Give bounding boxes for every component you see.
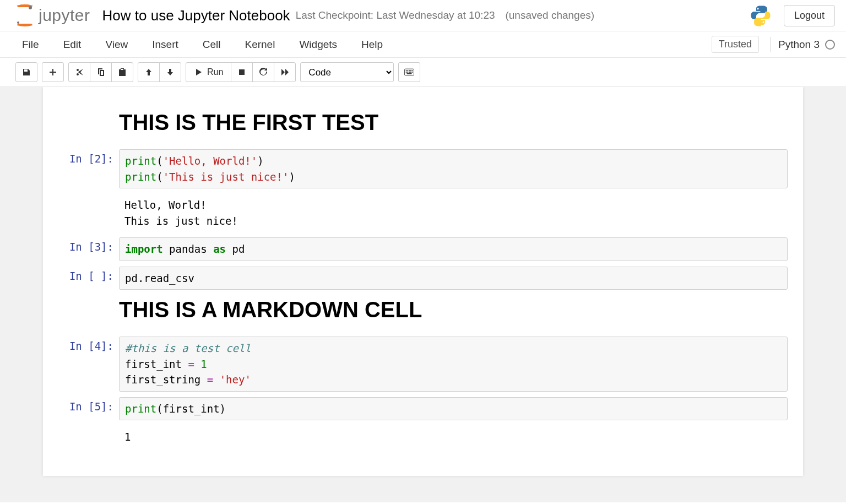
svg-rect-3 bbox=[408, 70, 409, 71]
keyboard-icon bbox=[404, 67, 414, 77]
code-source: #this is a test cell first_int = 1 first… bbox=[125, 340, 782, 388]
code-source: pd.read_csv bbox=[125, 270, 782, 286]
svg-rect-0 bbox=[239, 69, 245, 75]
code-cell[interactable]: In [3]:import pandas as pd bbox=[58, 237, 788, 261]
svg-rect-9 bbox=[409, 72, 410, 73]
code-cell[interactable]: In [2]:print('Hello, World!') print('Thi… bbox=[58, 149, 788, 188]
notebook-container: THIS IS THE FIRST TESTIn [2]:print('Hell… bbox=[43, 87, 803, 476]
arrow-down-icon bbox=[166, 68, 175, 77]
code-input-area[interactable]: #this is a test cell first_int = 1 first… bbox=[119, 337, 788, 392]
output-prompt bbox=[58, 194, 119, 232]
code-input-area[interactable]: print(first_int) bbox=[119, 397, 788, 421]
jupyter-wordmark: jupyter bbox=[39, 6, 90, 25]
kernel-separator bbox=[770, 37, 771, 52]
input-prompt: In [4]: bbox=[58, 337, 119, 392]
output-prompt bbox=[58, 426, 119, 448]
jupyter-icon bbox=[15, 6, 34, 25]
unsaved-indicator: (unsaved changes) bbox=[505, 9, 594, 21]
stop-icon bbox=[237, 68, 246, 77]
svg-rect-8 bbox=[408, 72, 409, 73]
svg-rect-12 bbox=[407, 73, 412, 74]
svg-rect-6 bbox=[412, 70, 413, 71]
code-input-area[interactable]: print('Hello, World!') print('This is ju… bbox=[119, 149, 788, 188]
code-source: print(first_int) bbox=[125, 401, 782, 417]
code-cell[interactable]: In [4]:#this is a test cell first_int = … bbox=[58, 337, 788, 392]
output-cell: Hello, World! This is just nice! bbox=[58, 194, 788, 232]
interrupt-kernel-button[interactable] bbox=[231, 62, 253, 82]
menu-insert[interactable]: Insert bbox=[152, 39, 178, 51]
output-text: Hello, World! This is just nice! bbox=[124, 197, 782, 229]
menu-widgets[interactable]: Widgets bbox=[299, 39, 337, 51]
code-cell[interactable]: In [5]:print(first_int) bbox=[58, 397, 788, 421]
code-input-area[interactable]: import pandas as pd bbox=[119, 237, 788, 261]
plus-icon bbox=[48, 68, 57, 77]
paste-icon bbox=[118, 68, 127, 77]
output-area: 1 bbox=[119, 426, 788, 448]
notebook-title[interactable]: How to use Jupyter Notebook bbox=[102, 7, 290, 24]
menu-view[interactable]: View bbox=[105, 39, 128, 51]
code-source: print('Hello, World!') print('This is ju… bbox=[125, 153, 782, 185]
checkpoint-status: Last Checkpoint: Last Wednesday at 10:23 bbox=[296, 9, 495, 21]
cell-type-select[interactable]: CodeMarkdownRaw NBConvertHeading bbox=[300, 62, 394, 82]
notebook-header: jupyter How to use Jupyter Notebook Last… bbox=[0, 0, 846, 31]
svg-rect-2 bbox=[406, 70, 407, 71]
trusted-indicator[interactable]: Trusted bbox=[712, 36, 759, 53]
menu-kernel[interactable]: Kernel bbox=[245, 39, 275, 51]
code-source: import pandas as pd bbox=[125, 241, 782, 257]
output-text: 1 bbox=[124, 429, 782, 445]
svg-rect-11 bbox=[412, 72, 413, 73]
markdown-cell[interactable]: THIS IS THE FIRST TEST bbox=[119, 110, 788, 135]
refresh-icon bbox=[259, 68, 268, 77]
output-cell: 1 bbox=[58, 426, 788, 448]
menu-edit[interactable]: Edit bbox=[63, 39, 82, 51]
menu-help[interactable]: Help bbox=[361, 39, 383, 51]
arrow-up-icon bbox=[144, 68, 153, 77]
jupyter-logo[interactable]: jupyter bbox=[15, 6, 90, 25]
input-prompt: In [5]: bbox=[58, 397, 119, 421]
kernel-name[interactable]: Python 3 bbox=[778, 39, 820, 51]
save-icon bbox=[22, 68, 31, 77]
input-prompt: In [2]: bbox=[58, 149, 119, 188]
svg-rect-7 bbox=[406, 72, 407, 73]
code-cell[interactable]: In [ ]:pd.read_csv bbox=[58, 267, 788, 290]
logout-button[interactable]: Logout bbox=[784, 5, 835, 26]
markdown-heading: THIS IS A MARKDOWN CELL bbox=[119, 297, 788, 322]
copy-cell-button[interactable] bbox=[90, 62, 112, 82]
run-label: Run bbox=[207, 67, 223, 77]
svg-rect-4 bbox=[409, 70, 410, 71]
paste-cell-button[interactable] bbox=[111, 62, 133, 82]
save-button[interactable] bbox=[15, 62, 37, 82]
play-icon bbox=[194, 68, 203, 77]
markdown-heading: THIS IS THE FIRST TEST bbox=[119, 110, 788, 135]
menu-cell[interactable]: Cell bbox=[203, 39, 221, 51]
run-cell-button[interactable]: Run bbox=[186, 62, 231, 82]
move-cell-down-button[interactable] bbox=[159, 62, 181, 82]
output-area: Hello, World! This is just nice! bbox=[119, 194, 788, 232]
restart-run-all-button[interactable] bbox=[274, 62, 296, 82]
copy-icon bbox=[96, 68, 105, 77]
input-prompt: In [ ]: bbox=[58, 267, 119, 290]
restart-kernel-button[interactable] bbox=[252, 62, 274, 82]
svg-rect-10 bbox=[410, 72, 411, 73]
insert-cell-below-button[interactable] bbox=[42, 62, 64, 82]
toolbar: Run CodeMarkdownRaw NBConvertHeading bbox=[0, 58, 846, 86]
menu-file[interactable]: File bbox=[22, 39, 39, 51]
code-input-area[interactable]: pd.read_csv bbox=[119, 267, 788, 290]
kernel-idle-icon[interactable] bbox=[825, 40, 835, 50]
svg-rect-5 bbox=[410, 70, 411, 71]
command-palette-button[interactable] bbox=[398, 62, 420, 82]
input-prompt: In [3]: bbox=[58, 237, 119, 261]
markdown-cell[interactable]: THIS IS A MARKDOWN CELL bbox=[119, 297, 788, 322]
fast-forward-icon bbox=[280, 68, 289, 77]
scissors-icon bbox=[75, 68, 84, 77]
python-icon bbox=[750, 4, 772, 26]
cut-cell-button[interactable] bbox=[68, 62, 90, 82]
menubar: FileEditViewInsertCellKernelWidgetsHelp … bbox=[0, 31, 846, 58]
move-cell-up-button[interactable] bbox=[138, 62, 160, 82]
